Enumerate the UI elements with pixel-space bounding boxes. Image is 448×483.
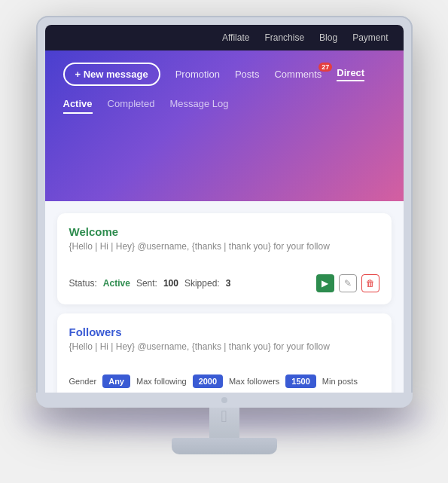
skipped-value: 3 — [226, 278, 231, 289]
main-area: + New message Promotion Posts Comments 2… — [45, 50, 404, 201]
tab-completed[interactable]: Completed — [108, 98, 155, 114]
nav-promotion[interactable]: Promotion — [175, 69, 220, 80]
welcome-card-footer: Status: Active Sent: 100 Skipped: 3 ▶ ✎ … — [69, 274, 379, 292]
status-text: Status: — [69, 278, 97, 289]
nav-comments[interactable]: Comments — [274, 69, 322, 80]
nav-affilate[interactable]: Affilate — [222, 32, 249, 43]
followers-card-title: Followers — [69, 326, 379, 338]
play-icon[interactable]: ▶ — [316, 274, 334, 292]
cards-area: Welcome {Hello | Hi | Hey} @username, {t… — [45, 201, 404, 399]
nav-payment[interactable]: Payment — [352, 32, 388, 43]
monitor-chin — [36, 393, 413, 408]
nav-blog[interactable]: Blog — [319, 32, 337, 43]
welcome-card-subtitle: {Hello | Hi | Hey} @username, {thanks | … — [69, 241, 379, 252]
welcome-card-title: Welcome — [69, 225, 379, 238]
sent-value: 100 — [163, 278, 178, 289]
min-posts-label: Min posts — [322, 377, 358, 386]
monitor-dot — [221, 397, 227, 403]
welcome-card: Welcome {Hello | Hi | Hey} @username, {t… — [57, 213, 392, 304]
max-followers-value[interactable]: 1500 — [285, 374, 315, 388]
gender-value[interactable]: Any — [102, 374, 130, 388]
gender-label: Gender — [69, 377, 97, 386]
tab-message-log[interactable]: Message Log — [169, 98, 228, 114]
tab-active[interactable]: Active — [63, 98, 93, 114]
welcome-actions: ▶ ✎ 🗑 — [316, 274, 379, 292]
monitor-base — [172, 438, 277, 454]
nav-posts[interactable]: Posts — [235, 69, 260, 80]
max-followers-label: Max followers — [229, 377, 279, 386]
status-value: Active — [103, 278, 130, 289]
action-bar: + New message Promotion Posts Comments 2… — [63, 63, 386, 86]
apple-logo:  — [221, 407, 227, 426]
skipped-label: Skipped: — [184, 278, 220, 289]
edit-icon[interactable]: ✎ — [339, 274, 357, 292]
max-following-label: Max following — [136, 377, 187, 386]
tabs: Active Completed Message Log — [63, 98, 386, 114]
followers-card-subtitle: {Hello | Hi | Hey} @username, {thanks | … — [69, 341, 379, 352]
delete-icon[interactable]: 🗑 — [361, 274, 379, 292]
max-following-value[interactable]: 2000 — [193, 374, 223, 388]
comments-badge: 27 — [318, 63, 332, 72]
nav-direct[interactable]: Direct — [337, 67, 364, 81]
sent-label: Sent: — [136, 278, 157, 289]
new-message-button[interactable]: + New message — [63, 63, 160, 86]
top-nav: Affilate Franchise Blog Payment — [45, 25, 404, 50]
nav-franchise[interactable]: Franchise — [264, 32, 304, 43]
welcome-stats: Status: Active Sent: 100 Skipped: 3 — [69, 278, 231, 289]
followers-card: Followers {Hello | Hi | Hey} @username, … — [57, 313, 392, 399]
